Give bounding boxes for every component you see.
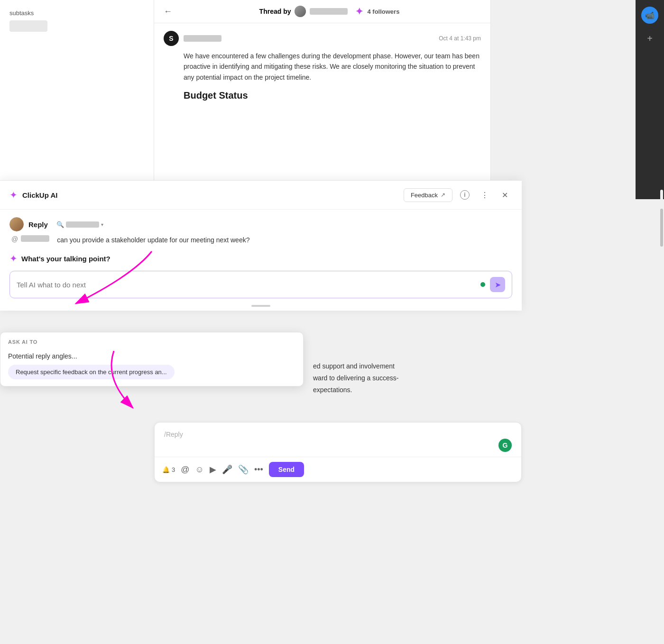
message-header: S Oct 4 at 1:43 pm xyxy=(164,31,481,46)
notification-button[interactable]: 🔔 3 xyxy=(162,466,175,473)
thread-author-avatar xyxy=(295,6,306,17)
notification-count: 3 xyxy=(172,466,175,473)
ai-panel: ✦ ClickUp AI Feedback ↗ i ⋮ ✕ Reply 🔍 ▾ xyxy=(0,180,522,311)
clickup-ai-title: ClickUp AI xyxy=(22,191,399,199)
bg-text-line-2: ward to delivering a success- xyxy=(313,372,522,384)
external-link-icon: ↗ xyxy=(441,192,445,198)
bg-text-line-1: ed support and involvement xyxy=(313,360,522,372)
back-button[interactable]: ← xyxy=(164,7,172,17)
ask-ai-dropdown: ASK AI TO Potential reply angles... Requ… xyxy=(0,332,304,386)
ai-input-container[interactable]: ➤ xyxy=(9,271,512,298)
send-button[interactable]: Send xyxy=(269,462,304,477)
video-icon[interactable]: ▶ xyxy=(210,464,216,475)
more-icon: ⋮ xyxy=(481,191,489,200)
sender-name-blurred xyxy=(184,35,221,42)
ai-panel-header: ✦ ClickUp AI Feedback ↗ i ⋮ ✕ xyxy=(0,181,522,210)
followers-count: 4 followers xyxy=(367,8,399,15)
composer-body[interactable]: /Reply G xyxy=(155,423,521,457)
ai-input-field[interactable] xyxy=(17,281,476,289)
composer-footer: 🔔 3 @ ☺ ▶ 🎤 📎 ••• Send xyxy=(155,457,521,482)
feedback-label: Feedback xyxy=(411,192,438,199)
reply-composer: /Reply G 🔔 3 @ ☺ ▶ 🎤 📎 ••• Send xyxy=(154,422,522,482)
feedback-button[interactable]: Feedback ↗ xyxy=(404,188,452,202)
search-icon: 🔍 xyxy=(56,221,64,228)
scrollbar[interactable] xyxy=(660,190,663,474)
add-icon[interactable]: + xyxy=(647,33,653,44)
right-sidebar: 📹 + xyxy=(636,0,664,199)
panel-divider xyxy=(0,305,522,307)
at-symbol: @ xyxy=(11,235,18,243)
thread-panel: ← Thread by ✦ 4 followers S Oct 4 at 1:4… xyxy=(154,0,491,199)
context-row: @ can you provide a stakeholder update f… xyxy=(9,235,512,245)
subtask-bar xyxy=(9,20,47,32)
more-options-button[interactable]: ⋮ xyxy=(477,187,492,202)
send-icon: ➤ xyxy=(495,280,501,289)
ai-send-button[interactable]: ➤ xyxy=(490,277,505,292)
info-icon: i xyxy=(460,190,470,200)
status-dot xyxy=(480,282,485,287)
info-button[interactable]: i xyxy=(457,187,472,202)
reply-label: Reply xyxy=(28,221,48,229)
reply-row: Reply 🔍 ▾ xyxy=(9,217,512,231)
emoji-icon[interactable]: ☺ xyxy=(195,465,204,475)
attach-icon[interactable]: 📎 xyxy=(238,464,249,475)
user-grammarly-avatar: G xyxy=(498,439,512,452)
workspace-selector[interactable]: 🔍 ▾ xyxy=(56,221,103,228)
divider-handle xyxy=(251,305,270,307)
thread-title: Thread by ✦ 4 followers xyxy=(178,6,481,17)
author-name-blurred xyxy=(310,8,348,15)
user-avatar xyxy=(9,217,24,231)
scrollbar-thumb[interactable] xyxy=(660,209,663,247)
talking-sparkle-icon: ✦ xyxy=(9,253,18,264)
ai-sparkle-icon: ✦ xyxy=(9,189,18,201)
thread-title-text: Thread by xyxy=(259,8,291,15)
bg-text-line-3: expectations. xyxy=(313,384,522,396)
context-message: can you provide a stakeholder update for… xyxy=(57,235,249,245)
ask-ai-label: ASK AI TO xyxy=(8,339,295,345)
suggestion-pill[interactable]: Request specific feedback on the current… xyxy=(8,365,175,379)
thread-content: S Oct 4 at 1:43 pm We have encountered a… xyxy=(154,23,490,109)
budget-heading: Budget Status xyxy=(184,90,481,101)
slash-placeholder: /Reply xyxy=(164,431,183,438)
lower-bg-text: ed support and involvement ward to deliv… xyxy=(313,360,522,396)
close-icon: ✕ xyxy=(502,191,508,200)
close-button[interactable]: ✕ xyxy=(497,187,512,202)
sender-avatar: S xyxy=(164,31,179,46)
zoom-icon[interactable]: 📹 xyxy=(641,7,658,24)
dropdown-chevron-icon: ▾ xyxy=(101,222,103,227)
workspace-name-blurred xyxy=(66,221,99,228)
reply-section: Reply 🔍 ▾ @ can you provide a stakeholde… xyxy=(0,210,522,249)
suggestion-item-1[interactable]: Potential reply angles... xyxy=(8,350,295,363)
sparkle-decoration: ✦ xyxy=(355,6,363,17)
more-options-icon[interactable]: ••• xyxy=(254,465,263,475)
left-panel: subtasks xyxy=(0,0,154,199)
subtasks-label: subtasks xyxy=(9,9,144,17)
mic-icon[interactable]: 🎤 xyxy=(222,464,232,475)
thread-header: ← Thread by ✦ 4 followers xyxy=(154,0,490,23)
bell-icon: 🔔 xyxy=(162,466,170,473)
talking-point-section: ✦ What's your talking point? xyxy=(0,249,522,271)
message-time: Oct 4 at 1:43 pm xyxy=(439,35,481,42)
mention-icon[interactable]: @ xyxy=(181,465,189,475)
talking-point-label: What's your talking point? xyxy=(21,255,111,263)
message-body: We have encountered a few challenges dur… xyxy=(184,51,481,83)
mention-name-blurred xyxy=(21,235,49,242)
